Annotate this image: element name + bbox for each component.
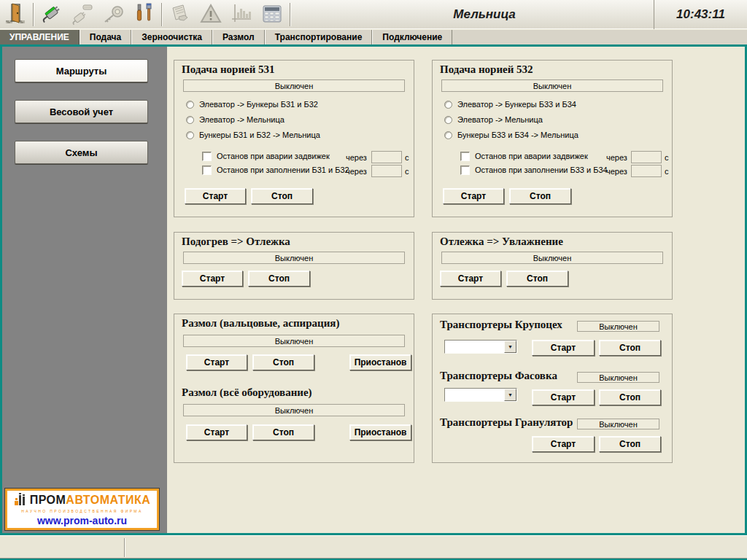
window-title-panel: Мельница (317, 0, 652, 29)
through-label: через (346, 153, 367, 162)
group-title: Транспортеры Крупоцех (440, 319, 562, 331)
key-icon (101, 2, 125, 27)
tab-upravlenie[interactable]: УПРАВЛЕНИЕ (0, 30, 80, 44)
transporter-select[interactable]: ▼ (444, 340, 517, 354)
route-radio-elevator-bunkers[interactable]: Элеватор -> Бункеры Б31 и Б32 (186, 99, 318, 109)
tools-icon (132, 2, 155, 27)
stop-on-gate-fault-checkbox[interactable]: Останов при аварии задвижек (202, 151, 330, 161)
through-label: через (606, 167, 627, 176)
vendor-url: www.prom-auto.ru (37, 515, 127, 526)
through-label: через (606, 153, 627, 162)
stop-button[interactable]: Стоп (509, 188, 571, 204)
start-button[interactable]: Старт (185, 188, 246, 204)
radio-label: Элеватор -> Мельница (457, 115, 543, 124)
main-frame: Маршруты Весовой учет Схемы ПРОМАВТОМАТИ… (0, 44, 747, 535)
settings-button[interactable] (128, 1, 159, 28)
transporter-select-value (445, 389, 504, 401)
stop-button[interactable]: Стоп (506, 271, 568, 287)
plug-connect-icon (40, 2, 63, 27)
exit-button[interactable] (0, 1, 31, 28)
sidebar: Маршруты Весовой учет Схемы ПРОМАВТОМАТИ… (2, 47, 167, 533)
transporter-select[interactable]: ▼ (444, 388, 517, 402)
stop-button[interactable]: Стоп (599, 340, 661, 356)
route-radio-bunkers-mill[interactable]: Бункеры Б31 и Б32 -> Мельница (186, 130, 320, 140)
start-button[interactable]: Старт (186, 354, 247, 370)
group-resting: Отлежка => Увлажнение Выключен Старт Сто… (432, 232, 673, 300)
delay-input[interactable] (631, 165, 662, 177)
radio-label: Элеватор -> Мельница (199, 115, 285, 124)
tab-podkluchenie[interactable]: Подключение (372, 30, 452, 44)
stop-button[interactable]: Стоп (599, 389, 661, 405)
checkbox-label: Останов при заполнении Б33 и Б34 (475, 166, 608, 174)
stop-on-full-checkbox[interactable]: Останов при заполнении Б31 и Б32 (202, 165, 349, 175)
radio-label: Бункеры Б31 и Б32 -> Мельница (199, 131, 320, 139)
chevron-down-icon[interactable]: ▼ (504, 389, 516, 401)
tab-zernoochistka[interactable]: Зерноочистка (131, 30, 212, 44)
tab-razmol[interactable]: Размол (212, 30, 265, 44)
seconds-label: с (665, 167, 669, 176)
vendor-brand-orange: АВТОМАТИКА (66, 494, 150, 506)
disconnect-button[interactable] (67, 1, 98, 28)
stop-button[interactable]: Стоп (599, 436, 661, 452)
window-title: Мельница (453, 7, 515, 22)
vendor-logo: ПРОМАВТОМАТИКА НАУЧНО ПРОИЗВОДСТВЕННАЯ Ф… (5, 489, 159, 530)
radio-icon (444, 101, 452, 109)
status-bar (0, 535, 747, 560)
status-display: Выключен (577, 372, 659, 383)
key-button[interactable] (98, 1, 128, 28)
toolbar-separator (161, 3, 163, 26)
checkbox-label: Останов при аварии задвижек (217, 152, 330, 160)
route-radio-bunkers-mill[interactable]: Бункеры Б33 и Б34 -> Мельница (444, 130, 578, 140)
delay-input[interactable] (371, 151, 402, 163)
sidebar-button-shemy[interactable]: Схемы (15, 141, 148, 164)
stop-button[interactable]: Стоп (252, 424, 314, 440)
group-title: Транспортеры Гранулятор (440, 416, 573, 429)
stop-on-full-checkbox[interactable]: Останов при заполнении Б33 и Б34 (460, 165, 608, 175)
status-display: Выключен (183, 335, 405, 347)
checkbox-icon (202, 152, 212, 161)
journal-hand-icon (169, 2, 192, 27)
delay-input[interactable] (371, 165, 402, 177)
stop-button[interactable]: Стоп (248, 271, 310, 287)
pause-button[interactable]: Приостанов (349, 354, 411, 370)
start-button[interactable]: Старт (532, 340, 595, 356)
tab-podacha[interactable]: Подача (80, 30, 131, 44)
journal-button[interactable] (165, 1, 196, 28)
pause-button[interactable]: Приостанов (349, 424, 411, 440)
start-button[interactable]: Старт (182, 271, 243, 287)
transporter-select-value (445, 341, 504, 353)
status-display: Выключен (577, 321, 659, 332)
seconds-label: с (405, 153, 409, 162)
group-mill: Размол (вальцовые, аспирация) Выключен С… (174, 314, 414, 463)
report-button[interactable] (257, 1, 287, 28)
connect-button[interactable] (36, 1, 67, 28)
start-button[interactable]: Старт (443, 188, 504, 204)
sidebar-button-vesovoy-uchet[interactable]: Весовой учет (15, 100, 148, 123)
group-title: Размол (вальцовые, аспирация) (182, 317, 339, 330)
start-button[interactable]: Старт (440, 271, 501, 287)
status-bar-cell-left (0, 537, 124, 558)
tab-transportirovanie[interactable]: Транспортирование (265, 30, 373, 44)
delay-input[interactable] (631, 151, 662, 163)
stop-button[interactable]: Стоп (252, 354, 314, 370)
sidebar-button-marshruty[interactable]: Маршруты (15, 59, 148, 82)
status-display: Выключен (183, 79, 405, 92)
stop-button[interactable]: Стоп (251, 188, 313, 204)
stop-on-gate-fault-checkbox[interactable]: Останов при аварии задвижек (460, 151, 588, 161)
chevron-down-icon[interactable]: ▼ (504, 341, 516, 353)
trends-button[interactable] (226, 1, 257, 28)
start-button[interactable]: Старт (186, 424, 247, 440)
start-button[interactable]: Старт (532, 389, 595, 405)
group-transporters: Транспортеры Крупоцех Выключен ▼ Старт С… (432, 314, 673, 463)
start-button[interactable]: Старт (532, 436, 595, 452)
route-radio-elevator-bunkers[interactable]: Элеватор -> Бункеры Б33 и Б34 (444, 99, 576, 109)
route-radio-elevator-mill[interactable]: Элеватор -> Мельница (186, 114, 285, 125)
status-bar-cell-right (125, 537, 747, 558)
status-display: Выключен (183, 404, 405, 416)
route-radio-elevator-mill[interactable]: Элеватор -> Мельница (444, 114, 543, 125)
vendor-brand: ПРОМАВТОМАТИКА (30, 494, 151, 507)
radio-label: Элеватор -> Бункеры Б33 и Б34 (457, 100, 576, 109)
radio-icon (186, 101, 194, 109)
vendor-brand-black: ПРОМ (30, 494, 66, 506)
alarms-button[interactable] (196, 1, 226, 28)
